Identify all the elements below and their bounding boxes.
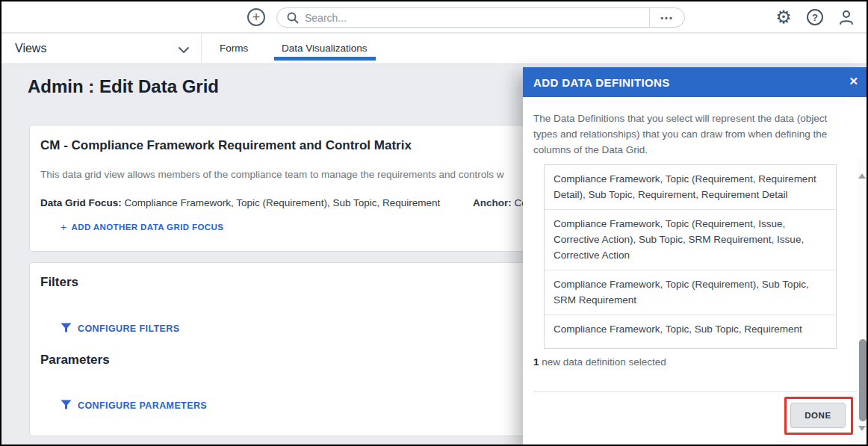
add-data-definitions-modal: ADD DATA DEFINITIONS ✕ The Data Definiti… [523,67,868,445]
definition-option[interactable]: Compliance Framework, Topic, Sub Topic, … [545,315,836,344]
scrollbar-thumb[interactable] [859,339,867,421]
definition-option[interactable]: Compliance Framework, Topic (Requirement… [545,165,836,210]
tab-forms[interactable]: Forms [220,43,248,54]
modal-description: The Data Definitions that you select wil… [533,111,840,158]
active-tab-underline [274,57,376,61]
data-grid-focus: Data Grid Focus: Compliance Framework, T… [40,197,440,208]
anchor-label: Anchor: [473,197,512,208]
nav-row: Views Forms Data Visualizations [1,34,867,64]
data-grid-focus-value: Compliance Framework, Topic (Requirement… [125,197,441,208]
add-another-data-grid-focus-label: ADD ANOTHER DATA GRID FOCUS [72,223,224,232]
top-bar: + Search... ••• ⚙ ? [1,1,867,33]
close-icon[interactable]: ✕ [849,75,858,88]
settings-gear-icon[interactable]: ⚙ [774,7,793,27]
data-grid-card-title: CM - Compliance Framework Requirement an… [40,138,412,153]
scroll-up-arrow-icon[interactable] [858,173,866,179]
search-bar[interactable]: Search... ••• [276,7,685,28]
modal-header: ADD DATA DEFINITIONS ✕ [523,67,868,97]
search-icon [287,12,299,24]
definition-option[interactable]: Compliance Framework, Topic (Requirement… [545,210,836,270]
definition-option[interactable]: Compliance Framework, Topic (Requirement… [545,270,836,315]
data-grid-focus-label: Data Grid Focus: [40,197,122,208]
modal-title: ADD DATA DEFINITIONS [533,76,670,89]
funnel-icon [61,400,72,412]
page-title: Admin : Edit Data Grid [28,76,219,97]
definitions-list: Compliance Framework, Topic (Requirement… [544,164,837,349]
app-window: + Search... ••• ⚙ ? Views Forms Data Vis… [0,0,868,446]
configure-filters-label: CONFIGURE FILTERS [78,323,179,334]
search-options-button[interactable]: ••• [649,8,684,27]
search-input[interactable]: Search... [305,12,347,24]
user-profile-icon[interactable] [837,7,856,27]
plus-icon: + [61,221,67,233]
help-icon[interactable]: ? [805,7,825,27]
parameters-heading: Parameters [40,353,110,368]
filters-heading: Filters [40,275,78,290]
topbar-icons: ⚙ ? [774,7,856,27]
tab-data-visualizations[interactable]: Data Visualizations [282,43,368,54]
done-button[interactable]: DONE [790,403,846,428]
add-another-data-grid-focus-link[interactable]: + ADD ANOTHER DATA GRID FOCUS [61,221,223,233]
modal-footer-divider [533,391,858,392]
nav-divider [201,34,202,64]
configure-parameters-link[interactable]: CONFIGURE PARAMETERS [61,400,207,412]
anchor: Anchor: Co [473,197,527,208]
selection-status: 1 new data definition selected [533,356,666,368]
funnel-icon [61,323,72,335]
selection-text: new data definition selected [539,356,666,368]
modal-scrollbar[interactable] [857,157,868,445]
add-icon[interactable]: + [247,8,265,26]
scroll-down-arrow-icon[interactable] [858,426,866,431]
views-dropdown[interactable]: Views [15,42,46,55]
configure-parameters-label: CONFIGURE PARAMETERS [78,400,207,411]
chevron-down-icon[interactable] [178,44,190,58]
configure-filters-link[interactable]: CONFIGURE FILTERS [61,323,179,335]
selection-count: 1 [533,356,539,368]
